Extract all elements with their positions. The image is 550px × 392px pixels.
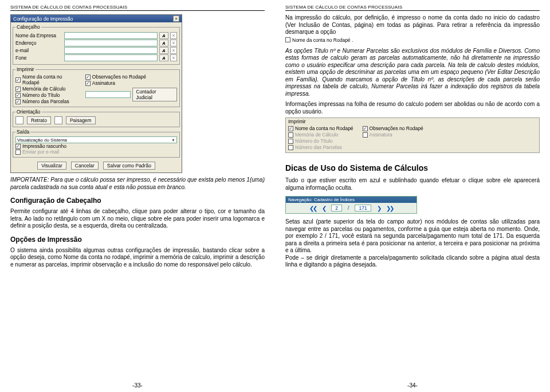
page-number-right: -34- — [275, 382, 550, 389]
group-saida: Saída Visualização do Sistema▼ ✓Impressã… — [13, 129, 180, 158]
chk-enviar-email[interactable]: Enviar por e-mail — [15, 149, 177, 155]
nav-total: 171 — [355, 205, 371, 211]
paragraph-config-cabecalho: Permite configurar até 4 linhas de cabeç… — [10, 208, 265, 230]
page-header: SISTEMA DE CÁLCULO DE CONTAS PROCESSUAIS — [10, 5, 265, 11]
print-config-dialog: Configuração de Impressão × Cabeçalho No… — [10, 14, 182, 173]
group-imprimir: Imprimir ✓Nome da conta no Rodapé ✓Memór… — [13, 66, 180, 107]
nav-last-icon[interactable]: ❯❯ — [386, 205, 393, 211]
label-email: e-mail — [15, 48, 62, 53]
navigation-bar: Navegação: Cadastro de Índices ❮❮ ❮ 2 / … — [285, 196, 417, 214]
logo-slot-icon[interactable]: × — [170, 40, 177, 46]
legend-cabecalho: Cabeçalho — [15, 24, 41, 30]
font-button[interactable]: A — [159, 54, 168, 61]
paragraph-info-resumo: Informações impressas na folha de resumo… — [285, 101, 540, 115]
inline-checkbox-rodape[interactable]: Nome da conta no Rodapé. — [285, 37, 540, 43]
heading-opcoes-impressao: Opções de Impressão — [10, 236, 265, 244]
chk-nome-rodape[interactable]: ✓Nome da conta no Rodapé — [15, 74, 80, 85]
nav-title: Navegação: Cadastro de Índices — [286, 197, 417, 203]
portrait-icon — [15, 116, 23, 124]
landscape-icon — [54, 116, 62, 124]
select-saida[interactable]: Visualização do Sistema▼ — [15, 136, 177, 143]
paragraph-intro: Na impressão do cálculo, por definição, … — [285, 14, 540, 36]
paragraph-importante: IMPORTANTE: Para que o cálculo possa ser… — [10, 177, 265, 191]
legend-saida: Saída — [15, 129, 30, 135]
chk-rascunho[interactable]: ✓Impressão rascunho — [15, 143, 177, 149]
label-nome-empresa: Nome da Empresa — [15, 33, 62, 38]
font-button[interactable]: A — [159, 40, 168, 46]
chk-memoria[interactable]: Memória de Cálculo — [288, 132, 353, 138]
paragraph-dicas: Tudo o que estiver escrito em azul e sub… — [285, 177, 540, 191]
label-fone: Fone — [15, 55, 62, 61]
font-button[interactable]: A — [159, 32, 168, 39]
btn-contador-judicial[interactable]: Contador Judicial — [132, 88, 178, 101]
logo-slot-icon[interactable]: × — [170, 32, 177, 39]
input-email[interactable] — [64, 47, 158, 54]
heading-config-cabecalho: Configuração de Cabeçalho — [10, 197, 265, 205]
close-icon[interactable]: × — [173, 15, 179, 22]
chk-memoria[interactable]: ✓Memória de Cálculo — [15, 86, 80, 92]
group-orientacao: Orientação Retrato Paisagem — [13, 109, 180, 127]
logo-slot-icon[interactable]: × — [170, 54, 177, 61]
logo-slot-icon[interactable]: × — [170, 47, 177, 54]
btn-visualizar[interactable]: Visualizar — [37, 162, 66, 170]
legend-orientacao: Orientação — [15, 109, 42, 115]
input-nome-empresa[interactable] — [64, 32, 158, 39]
chk-assinatura[interactable]: ✓Assinatura — [85, 80, 177, 86]
imprimir-options-panel: Imprimir ✓Nome da conta no Rodapé Memóri… — [285, 117, 540, 153]
page-left: SISTEMA DE CÁLCULO DE CONTAS PROCESSUAIS… — [0, 0, 275, 392]
heading-dicas: Dicas de Uso do Sistema de Cálculos — [285, 163, 540, 173]
chk-obs-rodape[interactable]: ✓Observações no Rodapé — [85, 74, 177, 80]
nav-next-icon[interactable]: ❯ — [377, 205, 380, 211]
nav-sep: / — [348, 205, 349, 211]
paragraph-setas-2: Pode – se dirigir diretamente a parcela/… — [285, 254, 540, 269]
chk-numero-parcelas[interactable]: Número das Parcelas — [288, 144, 353, 150]
chk-numero-titulo[interactable]: ✓Número do Título — [15, 92, 80, 98]
input-endereco[interactable] — [64, 40, 158, 46]
btn-cancelar[interactable]: Cancelar — [71, 162, 99, 170]
nav-page-input[interactable]: 2 — [331, 205, 342, 211]
page-right: SISTEMA DE CÁLCULO DE CONTAS PROCESSUAIS… — [275, 0, 550, 392]
dialog-titlebar: Configuração de Impressão × — [11, 15, 182, 22]
chk-numero-parcelas[interactable]: ✓Número das Parcelas — [15, 99, 80, 104]
nav-prev-icon[interactable]: ❮ — [322, 205, 325, 211]
input-fone[interactable] — [64, 54, 158, 61]
chk-obs-rodape[interactable]: ✓Observações no Rodapé — [363, 126, 423, 131]
group-cabecalho: Cabeçalho Nome da Empresa A × Endereço A… — [13, 24, 180, 65]
chk-nome-rodape[interactable]: ✓Nome da conta no Rodapé — [288, 126, 353, 131]
label-endereco: Endereço — [15, 40, 62, 46]
paragraph-setas: Setas azul (parte superior da tela do ca… — [285, 218, 540, 254]
page-number-left: -33- — [0, 382, 275, 389]
chk-assinatura[interactable]: Assinatura — [363, 132, 423, 138]
font-button[interactable]: A — [159, 47, 168, 54]
btn-salvar-padrao[interactable]: Salvar como Padrão — [103, 162, 155, 170]
input-nome-contador[interactable] — [85, 91, 131, 98]
page-header: SISTEMA DE CÁLCULO DE CONTAS PROCESSUAIS — [285, 5, 540, 11]
panel-title: Imprimir — [288, 119, 537, 124]
btn-retrato[interactable]: Retrato — [27, 116, 51, 124]
legend-imprimir: Imprimir — [15, 66, 36, 72]
chk-numero-titulo[interactable]: Número do Título — [288, 138, 353, 144]
dialog-title: Configuração de Impressão — [13, 16, 73, 22]
paragraph-opcoes-impressao: O sistema ainda possibilita algumas outr… — [10, 247, 265, 269]
nav-first-icon[interactable]: ❮❮ — [309, 205, 316, 211]
paragraph-titulo-numerar: As opções Titulo nº e Numerar Parcelas s… — [285, 48, 540, 98]
btn-paisagem[interactable]: Paisagem — [66, 116, 96, 124]
chevron-down-icon: ▼ — [171, 138, 175, 142]
